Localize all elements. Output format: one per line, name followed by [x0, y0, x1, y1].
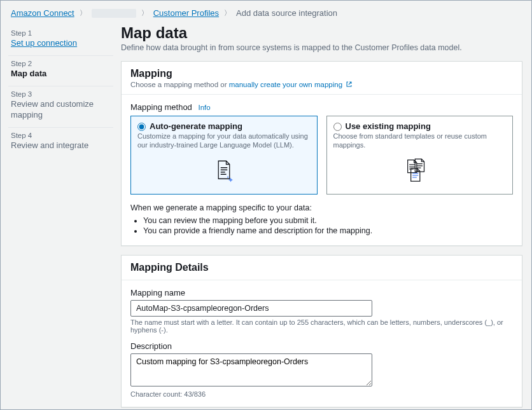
chevron-right-icon: 〉: [80, 8, 87, 18]
external-link-icon: [346, 81, 353, 89]
breadcrumb-redacted: [92, 9, 136, 18]
mapping-panel: Mapping Choose a mapping method or manua…: [121, 61, 522, 246]
step-label: Step 4: [11, 132, 111, 139]
radio-use-existing[interactable]: [333, 123, 342, 131]
manual-mapping-link[interactable]: manually create your own mapping: [229, 81, 342, 88]
mapping-name-helper: The name must start with a letter. It ca…: [130, 318, 513, 334]
chevron-right-icon: 〉: [141, 8, 148, 18]
character-count: Character count: 43/836: [130, 390, 513, 398]
tile-title: Auto-generate mapping: [137, 121, 311, 131]
tile-title: Use existing mapping: [333, 121, 507, 131]
tile-auto-generate-mapping[interactable]: Auto-generate mapping Customize a mappin…: [130, 116, 318, 195]
tile-desc: Customize a mapping for your data automa…: [137, 132, 311, 150]
mapping-method-tiles: Auto-generate mapping Customize a mappin…: [130, 116, 513, 195]
page-title: Map data: [121, 24, 522, 42]
svg-point-0: [227, 176, 228, 177]
description-textarea[interactable]: [130, 353, 372, 386]
page-subtitle: Define how data brought in from source s…: [121, 43, 522, 52]
details-heading: Mapping Details: [130, 262, 513, 273]
info-link[interactable]: Info: [198, 104, 210, 111]
step-name: Review and integrate: [11, 140, 111, 151]
tile-desc: Choose from standard templates or reuse …: [333, 132, 507, 150]
wizard-sidebar: Step 1 Set up connection Step 2 Map data…: [8, 22, 113, 410]
breadcrumb-amazon-connect[interactable]: Amazon Connect: [11, 8, 74, 18]
wizard-step-4: Step 4 Review and integrate: [8, 128, 113, 158]
wizard-step-1[interactable]: Step 1 Set up connection: [8, 25, 113, 56]
documents-stack-icon: [333, 158, 507, 188]
radio-auto-generate[interactable]: [137, 123, 146, 131]
wizard-step-3: Step 3 Review and customize mapping: [8, 86, 113, 128]
breadcrumb-customer-profiles[interactable]: Customer Profiles: [153, 8, 219, 18]
step-label: Step 2: [11, 60, 111, 67]
wizard-step-2: Step 2 Map data: [8, 56, 113, 86]
chevron-right-icon: 〉: [224, 8, 231, 18]
note-bullet: You can review the mapping before you su…: [143, 216, 513, 225]
mapping-name-label: Mapping name: [130, 288, 513, 297]
step-name: Set up connection: [11, 38, 111, 49]
mapping-name-input[interactable]: [130, 300, 372, 317]
tile-use-existing-mapping[interactable]: Use existing mapping Choose from standar…: [326, 116, 514, 195]
document-sparkle-icon: [137, 158, 311, 186]
step-name: Review and customize mapping: [11, 99, 111, 121]
breadcrumb-current: Add data source integration: [236, 8, 337, 18]
step-name: Map data: [11, 69, 111, 79]
step-label: Step 3: [11, 90, 111, 98]
mapping-heading: Mapping: [130, 68, 513, 79]
breadcrumb: Amazon Connect 〉 〉 Customer Profiles 〉 A…: [3, 3, 529, 22]
note-intro: When we generate a mapping specific to y…: [130, 203, 513, 212]
step-label: Step 1: [11, 29, 111, 37]
mapping-method-label: Mapping method: [130, 102, 192, 112]
note-bullet: You can provide a friendly name and desc…: [143, 226, 513, 235]
mapping-description: Choose a mapping method or manually crea…: [130, 81, 513, 89]
mapping-details-panel: Mapping Details Mapping name The name mu…: [121, 255, 522, 407]
description-label: Description: [130, 341, 513, 351]
